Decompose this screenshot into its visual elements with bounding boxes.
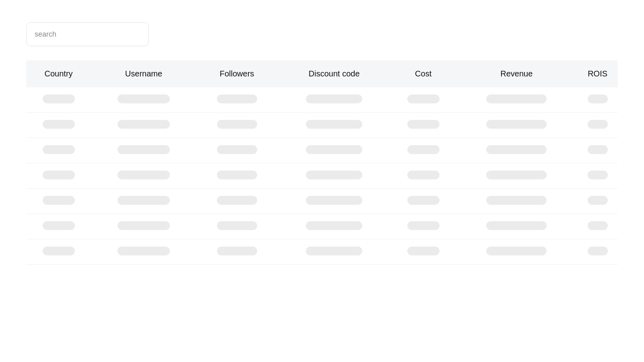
skeleton-pill [118, 221, 170, 230]
skeleton-pill [118, 120, 170, 129]
skeleton-pill [486, 120, 547, 129]
skeleton-cell-2 [196, 163, 277, 189]
skeleton-pill [43, 247, 75, 255]
skeleton-cell-3 [277, 113, 391, 138]
table-row [26, 163, 618, 189]
skeleton-cell-0 [26, 189, 91, 214]
skeleton-pill [217, 221, 257, 230]
skeleton-cell-0 [26, 239, 91, 265]
skeleton-pill [407, 171, 440, 179]
data-table: Country Username Followers Discount code… [26, 60, 618, 265]
skeleton-cell-5 [456, 189, 577, 214]
skeleton-pill [588, 221, 608, 230]
skeleton-cell-5 [456, 113, 577, 138]
skeleton-cell-0 [26, 163, 91, 189]
col-header-discount-code: Discount code [277, 60, 391, 87]
skeleton-pill [588, 145, 608, 154]
skeleton-cell-1 [91, 239, 196, 265]
col-header-cost: Cost [391, 60, 456, 87]
skeleton-cell-3 [277, 163, 391, 189]
skeleton-pill [306, 221, 362, 230]
skeleton-cell-1 [91, 189, 196, 214]
col-header-followers: Followers [196, 60, 277, 87]
skeleton-cell-0 [26, 113, 91, 138]
skeleton-cell-6 [577, 189, 618, 214]
skeleton-pill [486, 196, 547, 205]
skeleton-pill [486, 95, 547, 103]
skeleton-pill [43, 171, 75, 179]
table-row [26, 214, 618, 239]
skeleton-cell-6 [577, 87, 618, 113]
table-row [26, 239, 618, 265]
skeleton-cell-0 [26, 138, 91, 163]
skeleton-cell-2 [196, 214, 277, 239]
skeleton-pill [118, 196, 170, 205]
skeleton-cell-2 [196, 239, 277, 265]
skeleton-cell-2 [196, 138, 277, 163]
skeleton-pill [118, 171, 170, 179]
skeleton-pill [588, 171, 608, 179]
skeleton-cell-4 [391, 138, 456, 163]
skeleton-cell-4 [391, 163, 456, 189]
skeleton-pill [306, 120, 362, 129]
page-container: Country Username Followers Discount code… [0, 0, 644, 287]
skeleton-pill [588, 247, 608, 255]
skeleton-cell-5 [456, 239, 577, 265]
search-input[interactable] [26, 22, 149, 46]
skeleton-cell-5 [456, 87, 577, 113]
skeleton-pill [217, 95, 257, 103]
skeleton-pill [306, 196, 362, 205]
skeleton-cell-4 [391, 87, 456, 113]
skeleton-pill [118, 247, 170, 255]
skeleton-pill [217, 247, 257, 255]
skeleton-pill [43, 95, 75, 103]
skeleton-cell-2 [196, 113, 277, 138]
col-header-rois: ROIS [577, 60, 618, 87]
skeleton-cell-5 [456, 163, 577, 189]
skeleton-pill [486, 171, 547, 179]
skeleton-cell-3 [277, 189, 391, 214]
skeleton-cell-6 [577, 138, 618, 163]
skeleton-cell-4 [391, 239, 456, 265]
skeleton-cell-3 [277, 239, 391, 265]
skeleton-cell-0 [26, 87, 91, 113]
skeleton-pill [43, 196, 75, 205]
skeleton-cell-1 [91, 138, 196, 163]
table-row [26, 138, 618, 163]
skeleton-pill [486, 145, 547, 154]
skeleton-cell-6 [577, 239, 618, 265]
skeleton-cell-4 [391, 214, 456, 239]
table-row [26, 189, 618, 214]
col-header-username: Username [91, 60, 196, 87]
skeleton-pill [588, 95, 608, 103]
table-row [26, 113, 618, 138]
skeleton-cell-2 [196, 189, 277, 214]
skeleton-pill [306, 145, 362, 154]
skeleton-cell-2 [196, 87, 277, 113]
skeleton-cell-0 [26, 214, 91, 239]
skeleton-pill [43, 145, 75, 154]
skeleton-cell-5 [456, 214, 577, 239]
table-header-row: Country Username Followers Discount code… [26, 60, 618, 87]
skeleton-cell-1 [91, 113, 196, 138]
skeleton-pill [43, 221, 75, 230]
skeleton-pill [407, 145, 440, 154]
skeleton-pill [407, 196, 440, 205]
skeleton-cell-4 [391, 113, 456, 138]
skeleton-pill [118, 145, 170, 154]
skeleton-pill [217, 171, 257, 179]
skeleton-pill [486, 221, 547, 230]
table-wrapper: Country Username Followers Discount code… [26, 60, 618, 265]
skeleton-pill [306, 95, 362, 103]
skeleton-pill [43, 120, 75, 129]
skeleton-cell-1 [91, 214, 196, 239]
skeleton-pill [217, 120, 257, 129]
skeleton-cell-3 [277, 87, 391, 113]
skeleton-pill [217, 145, 257, 154]
skeleton-cell-6 [577, 113, 618, 138]
skeleton-pill [407, 120, 440, 129]
skeleton-cell-5 [456, 138, 577, 163]
col-header-country: Country [26, 60, 91, 87]
skeleton-cell-4 [391, 189, 456, 214]
skeleton-cell-1 [91, 87, 196, 113]
